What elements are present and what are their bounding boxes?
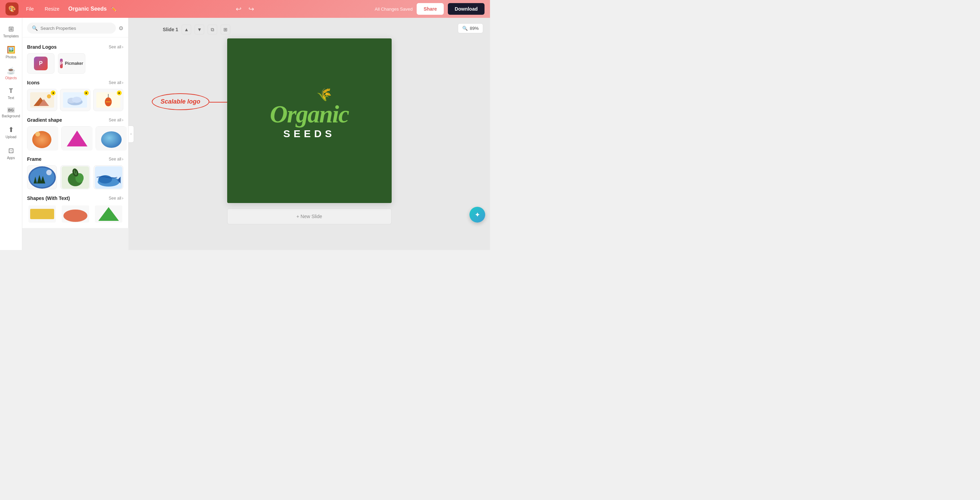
- document-title: Organic Seeds: [68, 6, 107, 12]
- apps-label: Apps: [7, 156, 15, 160]
- sidebar-item-upload[interactable]: ⬆ Upload: [1, 122, 21, 142]
- cloud-icon: [63, 92, 87, 108]
- app-logo[interactable]: 🎨: [5, 2, 19, 16]
- photos-icon: 🖼️: [7, 46, 16, 54]
- sidebar-item-objects[interactable]: ☕ Objects: [1, 63, 21, 83]
- frame-item-2[interactable]: [60, 165, 90, 189]
- logo-item-picmaker2[interactable]: P Picmaker: [58, 53, 85, 74]
- callout-text: Scalable logo: [161, 98, 200, 105]
- slide-label: Slide 1: [163, 27, 178, 32]
- premium-badge-2: ★: [84, 91, 89, 95]
- icon-item-2[interactable]: ★: [60, 89, 90, 111]
- undo-button[interactable]: ↩: [236, 5, 242, 13]
- premium-badge: ★: [51, 91, 56, 95]
- search-input[interactable]: [40, 26, 111, 31]
- logo-content: Organic SEEDS: [270, 102, 348, 140]
- text-label: Text: [8, 96, 14, 100]
- brand-logos-grid: P P Picmaker: [27, 53, 123, 74]
- zoom-icon: 🔍: [462, 26, 468, 31]
- text-nav-icon: T: [9, 88, 13, 95]
- slide-down-button[interactable]: ▼: [195, 25, 204, 34]
- slide-up-button[interactable]: ▲: [181, 25, 191, 34]
- objects-icon: ☕: [7, 67, 16, 75]
- icons-title: Icons: [27, 80, 40, 85]
- save-status: All Changes Saved: [375, 6, 413, 12]
- zoom-indicator[interactable]: 🔍 89%: [458, 23, 483, 33]
- photos-label: Photos: [5, 55, 16, 59]
- background-icon: BG: [7, 107, 15, 113]
- svg-rect-38: [30, 209, 54, 219]
- icon-item-1[interactable]: ★: [27, 89, 57, 111]
- callout-annotation: Scalable logo: [152, 93, 209, 110]
- frame-item-1[interactable]: [27, 165, 57, 189]
- gradient-shapes-grid: [27, 126, 123, 150]
- search-input-wrap: 🔍: [27, 22, 116, 34]
- icon-item-3[interactable]: ★: [93, 89, 123, 111]
- gradient-item-1[interactable]: [27, 126, 58, 150]
- zoom-level: 89%: [470, 26, 479, 31]
- background-label: Background: [2, 114, 20, 118]
- shapes-grid: [27, 204, 123, 223]
- edit-title-icon[interactable]: ✏️: [111, 6, 116, 12]
- shape-item-2[interactable]: [60, 204, 90, 223]
- logo-item-picmaker1[interactable]: P: [27, 53, 54, 74]
- frame-item-3[interactable]: [94, 165, 123, 189]
- sidebar-content: Brand Logos See all › P P Picmaker: [22, 37, 128, 228]
- shape-item-1[interactable]: [27, 204, 57, 223]
- frame-see-all[interactable]: See all ›: [109, 157, 123, 161]
- svg-point-3: [47, 94, 51, 98]
- download-button[interactable]: Download: [448, 3, 485, 15]
- redo-button[interactable]: ↪: [248, 5, 254, 13]
- premium-badge-3: ★: [117, 91, 122, 95]
- brand-logos-title: Brand Logos: [27, 44, 57, 50]
- gradient-shape-see-all[interactable]: See all ›: [109, 118, 123, 122]
- search-icon: 🔍: [32, 26, 38, 31]
- sidebar-item-photos[interactable]: 🖼️ Photos: [1, 42, 21, 62]
- sidebar-panel-wrap: 🔍 ⚙ Brand Logos See all › P: [22, 18, 129, 250]
- ornament-icon: [96, 92, 120, 108]
- slide-canvas[interactable]: 🌾 Organic SEEDS: [227, 38, 391, 203]
- sidebar-item-text[interactable]: T Text: [1, 84, 21, 102]
- floating-action-button[interactable]: ✦: [469, 207, 485, 222]
- frame-grid: [27, 165, 123, 189]
- svg-point-20: [101, 131, 122, 148]
- canvas-area: 🔍 89% Slide 1 ▲ ▼ ⧉ ⊞ Scalable logo 🌾: [129, 18, 490, 250]
- shapes-text-see-all[interactable]: See all ›: [109, 196, 123, 201]
- new-slide-button[interactable]: + New Slide: [227, 209, 391, 224]
- share-button[interactable]: Share: [417, 3, 444, 15]
- frame-header: Frame See all ›: [27, 157, 123, 162]
- templates-label: Templates: [3, 34, 19, 38]
- svg-point-14: [32, 131, 51, 148]
- slide-controls: Slide 1 ▲ ▼ ⧉ ⊞: [163, 25, 230, 34]
- shapes-text-title: Shapes (With Text): [27, 195, 70, 201]
- svg-point-7: [72, 97, 81, 103]
- resize-menu[interactable]: Resize: [41, 4, 63, 14]
- gradient-item-3[interactable]: [95, 126, 126, 150]
- shape-item-3[interactable]: [94, 204, 123, 223]
- brand-logos-see-all[interactable]: See all ›: [109, 45, 123, 50]
- sidebar-item-background[interactable]: BG Background: [1, 104, 21, 121]
- slide-add-button[interactable]: ⊞: [221, 25, 230, 34]
- upload-icon: ⬆: [8, 126, 14, 134]
- svg-point-15: [35, 132, 40, 136]
- icons-grid: ★ ★: [27, 89, 123, 111]
- icons-see-all[interactable]: See all ›: [109, 80, 123, 85]
- sidebar-item-templates[interactable]: ⊞ Templates: [1, 21, 21, 41]
- gradient-item-2[interactable]: [61, 126, 92, 150]
- filter-icon[interactable]: ⚙: [119, 25, 123, 32]
- apps-icon: ⊡: [8, 147, 14, 155]
- slide-copy-button[interactable]: ⧉: [208, 25, 217, 34]
- icons-header: Icons See all ›: [27, 80, 123, 85]
- gradient-shape-header: Gradient shape See all ›: [27, 117, 123, 123]
- organic-text: Organic: [270, 102, 348, 126]
- sidebar-item-apps[interactable]: ⊡ Apps: [1, 143, 21, 163]
- svg-point-26: [46, 170, 52, 175]
- collapse-sidebar-button[interactable]: ‹: [129, 126, 134, 143]
- topbar-nav: ↩ ↪: [236, 5, 254, 13]
- main-layout: ⊞ Templates 🖼️ Photos ☕ Objects T Text B…: [0, 18, 490, 250]
- seeds-text: SEEDS: [283, 128, 336, 140]
- search-bar: 🔍 ⚙: [22, 18, 128, 37]
- templates-icon: ⊞: [8, 25, 14, 33]
- topbar-right: All Changes Saved Share Download: [375, 3, 485, 15]
- file-menu[interactable]: File: [22, 4, 37, 14]
